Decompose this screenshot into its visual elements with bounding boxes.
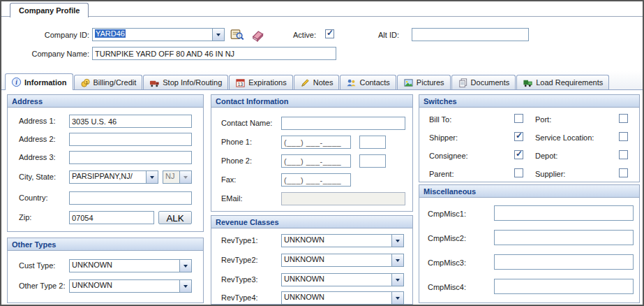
other-types-group: Other Types Cust Type: UNKNOWN Other Typ… <box>7 238 204 303</box>
pictures-icon <box>403 78 414 88</box>
contact-name-input[interactable] <box>281 117 405 130</box>
window-tab-company-profile[interactable]: Company Profile <box>10 3 89 17</box>
revenue-classes-group-title: Revenue Classes <box>216 218 279 226</box>
contact-information-group-header: Contact Information <box>211 95 412 108</box>
consignee-checkbox[interactable] <box>514 150 523 159</box>
revtype3-combo[interactable]: UNKNOWN <box>281 273 404 286</box>
address-group: Address Address 1: Address 2: Address 3:… <box>7 94 204 232</box>
calendar-icon: 13 <box>235 78 246 88</box>
service-location-label: Service Location: <box>535 133 594 142</box>
tab-label: Billing/Credit <box>93 78 137 87</box>
chevron-down-icon[interactable] <box>179 260 191 272</box>
chevron-down-icon[interactable] <box>179 280 191 292</box>
top-separator <box>1 16 643 17</box>
company-id-selected-text: YARD46 <box>95 29 126 38</box>
address1-input[interactable] <box>69 115 192 128</box>
address3-label: Address 3: <box>19 153 56 161</box>
book-search-icon[interactable] <box>230 27 244 41</box>
tab-label: Information <box>24 78 67 87</box>
address3-input[interactable] <box>69 151 192 164</box>
address2-input[interactable] <box>69 133 192 146</box>
tab-label: Stop Info/Routing <box>163 78 222 87</box>
eraser-icon[interactable] <box>250 28 264 42</box>
chevron-down-icon[interactable] <box>212 29 224 41</box>
country-input[interactable] <box>69 191 192 205</box>
company-name-label: Company Name: <box>22 50 89 58</box>
miscellaneous-group-header: Miscellaneous <box>419 185 639 198</box>
service-location-checkbox[interactable] <box>619 132 628 141</box>
notes-icon <box>300 78 310 88</box>
depot-checkbox[interactable] <box>619 150 628 159</box>
revtype2-combo-value: UNKNOWN <box>282 254 391 266</box>
cust-type-combo[interactable]: UNKNOWN <box>69 259 192 272</box>
tab-pictures[interactable]: Pictures <box>397 75 451 89</box>
tab-billing-credit[interactable]: $ Billing/Credit <box>74 75 143 89</box>
other-types-group-header: Other Types <box>8 238 203 251</box>
phone1-label: Phone 1: <box>221 138 252 146</box>
port-checkbox[interactable] <box>619 114 628 123</box>
revtype4-combo[interactable]: UNKNOWN <box>281 291 404 305</box>
country-label: Country: <box>19 194 48 202</box>
cmpmisc2-input[interactable] <box>494 230 634 245</box>
revtype2-combo[interactable]: UNKNOWN <box>281 254 404 267</box>
chevron-down-icon[interactable] <box>146 171 158 183</box>
phone1-mask-input[interactable] <box>281 136 351 149</box>
chevron-down-icon[interactable] <box>391 254 403 266</box>
calendar-day: 13 <box>238 81 244 86</box>
company-id-label: Company ID: <box>22 31 89 39</box>
revtype3-combo-value: UNKNOWN <box>282 274 391 286</box>
state-combo-value: NJ <box>163 171 179 183</box>
alk-button[interactable]: ALK <box>158 211 192 224</box>
revtype1-combo[interactable]: UNKNOWN <box>281 234 404 247</box>
chevron-down-icon[interactable] <box>391 274 403 286</box>
address2-label: Address 2: <box>19 135 56 143</box>
company-id-combo[interactable]: YARD46 <box>92 28 225 41</box>
tab-load-requirements[interactable]: Load Requirements <box>516 75 609 89</box>
bill-to-checkbox[interactable] <box>514 114 523 123</box>
tab-label: Load Requirements <box>536 78 603 87</box>
tab-documents[interactable]: Documents <box>451 75 516 89</box>
tab-stop-info-routing[interactable]: Stop Info/Routing <box>143 75 228 89</box>
cust-type-combo-value: UNKNOWN <box>70 260 179 272</box>
shipper-checkbox[interactable] <box>514 132 523 141</box>
phone2-mask-input[interactable] <box>281 154 351 168</box>
tab-label: Pictures <box>417 78 444 87</box>
load-requirements-icon <box>523 78 533 88</box>
phone1-ext-input[interactable] <box>359 136 386 149</box>
state-combo[interactable]: NJ <box>163 170 192 184</box>
depot-label: Depot: <box>535 152 557 160</box>
tab-notes[interactable]: Notes <box>294 75 340 89</box>
city-combo[interactable]: PARSIPPANY,NJ/ <box>69 170 158 184</box>
chevron-down-icon[interactable] <box>179 171 191 183</box>
contact-information-group: Contact Information Contact Name: Phone … <box>211 94 413 212</box>
cmpmisc1-input[interactable] <box>494 205 634 221</box>
parent-checkbox[interactable] <box>514 168 523 177</box>
company-name-input[interactable] <box>92 47 336 60</box>
chevron-down-icon[interactable] <box>391 292 403 304</box>
cmpmisc3-input[interactable] <box>494 254 634 270</box>
active-label: Active: <box>293 31 316 39</box>
revtype1-combo-value: UNKNOWN <box>282 235 391 247</box>
tab-information[interactable]: i Information <box>5 73 73 90</box>
zip-input[interactable] <box>69 211 154 224</box>
routing-icon <box>149 78 160 88</box>
cust-type-label: Cust Type: <box>19 261 55 270</box>
fax-mask-input[interactable] <box>281 173 351 187</box>
other-type2-combo-value: UNKNOWN <box>70 280 179 292</box>
tab-label: Notes <box>313 78 334 87</box>
bill-to-label: Bill To: <box>429 115 451 124</box>
company-profile-window: Company Profile Company ID: YARD46 Activ… <box>0 0 644 306</box>
other-type2-combo[interactable]: UNKNOWN <box>69 279 192 293</box>
active-checkbox[interactable] <box>325 29 334 38</box>
supplier-checkbox[interactable] <box>619 168 628 177</box>
cmpmisc4-input[interactable] <box>494 279 634 294</box>
email-input[interactable] <box>281 192 405 205</box>
alt-id-input[interactable] <box>412 28 529 41</box>
chevron-down-icon[interactable] <box>391 235 403 247</box>
tab-label: Contacts <box>359 78 389 87</box>
tab-contacts[interactable]: Contacts <box>340 75 396 89</box>
city-combo-value: PARSIPPANY,NJ/ <box>70 171 146 183</box>
svg-text:i: i <box>15 79 17 86</box>
phone2-ext-input[interactable] <box>359 154 386 168</box>
tab-expirations[interactable]: 13 Expirations <box>229 75 292 89</box>
